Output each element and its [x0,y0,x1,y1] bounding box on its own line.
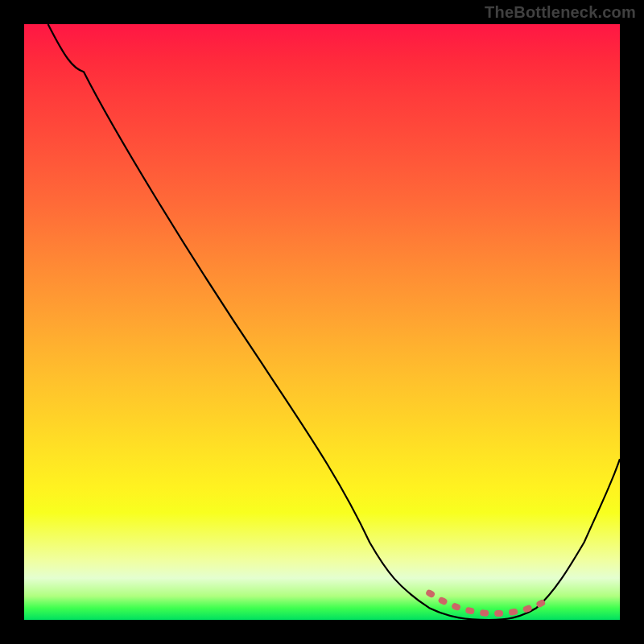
curve-overlay [24,24,620,620]
bottleneck-curve-path [48,24,620,620]
plot-area [24,24,620,620]
chart-container: TheBottleneck.com [0,0,644,644]
watermark-text: TheBottleneck.com [485,3,636,22]
optimal-range-marker-path [429,593,548,613]
